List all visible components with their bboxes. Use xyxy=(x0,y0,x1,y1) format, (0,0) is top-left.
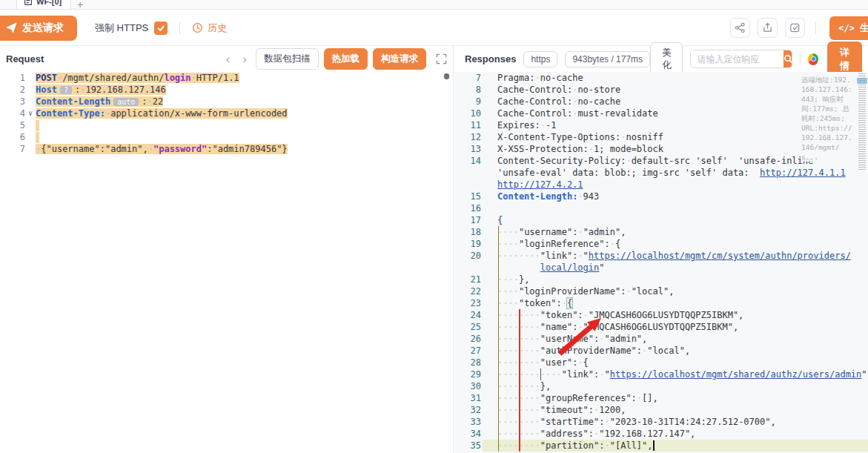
code-line: 30········}, xyxy=(454,380,868,392)
hot-reload-button[interactable]: 热加载 xyxy=(324,48,368,70)
code-line: 31········"groupReferences":·[], xyxy=(454,392,868,404)
code-line: 5 xyxy=(0,119,453,131)
code-line: 22····"loginProviderName":·"local", xyxy=(454,285,868,297)
code-line: 20········"link":·"https://localhost/mgm… xyxy=(454,250,868,262)
scrollbar-thumb[interactable] xyxy=(444,73,449,79)
code-line: 16 xyxy=(454,202,868,214)
divider xyxy=(815,22,816,34)
edit-icon xyxy=(789,22,801,33)
beautify-button[interactable]: 美化 xyxy=(650,42,683,76)
generate-code-button[interactable]: </> 生 xyxy=(829,16,868,40)
code-line: 35········"partition":·"[All]", xyxy=(454,440,868,452)
export-icon xyxy=(762,22,773,33)
protocol-badge: https xyxy=(523,51,557,67)
responses-panel-title: Responses xyxy=(465,53,516,65)
code-line: 21····}, xyxy=(454,274,868,285)
packet-scan-button[interactable]: 数据包扫描 xyxy=(256,48,319,70)
code-line: 1POST·/mgmt/shared/authn/login·HTTP/1.1 xyxy=(0,72,453,84)
code-line: 27········"authProviderName":·"local", xyxy=(454,345,868,357)
tab-workflow[interactable]: WF-[0] xyxy=(16,0,71,9)
edit-button[interactable] xyxy=(785,18,805,38)
code-line: 'unsafe-eval' data: blob:; img-src 'self… xyxy=(454,167,868,179)
code-line: 19····"loginReference":·{ xyxy=(454,238,868,250)
new-tab-button[interactable]: + xyxy=(77,0,83,10)
code-line: 25········"name":·"JMQCASH6OG6LUSYDTQQPZ… xyxy=(454,321,868,333)
request-info-overlay: 远端地址:192.168.127.146:443; 响应时间:177ms; 总耗… xyxy=(801,75,853,162)
request-panel-title: Request xyxy=(6,53,44,65)
code-line: 23····"token":·{ xyxy=(454,297,868,309)
code-line: 18····"username":·"admin", xyxy=(454,226,868,238)
gutter-spacer xyxy=(25,96,36,108)
code-line: 15Content-Length:·943 xyxy=(454,191,868,202)
divider xyxy=(179,22,180,34)
code-line: 3Content-Lengthauto:·22 xyxy=(0,96,453,108)
export-button[interactable] xyxy=(758,18,778,38)
send-request-button[interactable]: 发送请求 xyxy=(0,16,77,41)
code-line: http://127.4.2.1 xyxy=(454,179,868,191)
search-button[interactable] xyxy=(783,50,792,67)
document-icon xyxy=(24,0,32,5)
tab-label: WF-[0] xyxy=(36,0,62,6)
minimap-viewport[interactable] xyxy=(857,78,867,84)
send-request-label: 发送请求 xyxy=(22,22,64,35)
main-toolbar: 发送请求 强制 HTTPS 历史 </> 生 xyxy=(0,10,868,46)
request-editor[interactable]: 1POST·/mgmt/shared/authn/login·HTTP/1.12… xyxy=(0,72,453,453)
size-badge: 943bytes / 177ms xyxy=(565,51,650,67)
history-button[interactable]: 历史 xyxy=(192,22,227,35)
collapse-chevron-icon[interactable]: ∨ xyxy=(25,108,36,119)
code-line: local/login" xyxy=(454,262,868,274)
clock-icon xyxy=(192,22,203,33)
construct-request-button[interactable]: 构造请求 xyxy=(373,48,426,70)
minimap-lines xyxy=(858,73,866,171)
code-line: 29············"link":·"https://localhost… xyxy=(454,368,868,380)
search-input[interactable] xyxy=(691,50,783,67)
code-line: 34········"address":·"192.168.127.147", xyxy=(454,428,868,440)
gutter-spacer xyxy=(25,84,36,96)
request-panel: Request ‹ › 数据包扫描 热加载 构造请求 1POST·/mgmt/s… xyxy=(0,46,454,453)
next-button[interactable]: › xyxy=(239,53,251,65)
code-line: 4∨Content-Type:·application/x-www-form-u… xyxy=(0,108,453,119)
responses-panel: Responses https 943bytes / 177ms 美化 详情 7… xyxy=(454,46,868,453)
code-icon: </> xyxy=(838,23,855,33)
code-line: 17{ xyxy=(454,214,868,226)
code-line: 28········"user":·{ xyxy=(454,357,868,368)
code-line: 26········"userName":·"admin", xyxy=(454,333,868,345)
search-box xyxy=(690,50,792,68)
divider xyxy=(800,53,801,65)
gutter-spacer xyxy=(25,119,36,131)
paper-plane-icon xyxy=(6,22,17,33)
code-line: 6 xyxy=(0,131,453,143)
search-icon xyxy=(783,54,792,64)
gutter-spacer xyxy=(25,143,36,155)
response-editor[interactable]: 7Pragma:·no-cache8Cache-Control:·no-stor… xyxy=(454,72,868,453)
gutter-spacer xyxy=(25,72,36,84)
code-line: 24········"token":·"JMQCASH6OG6LUSYDTQQP… xyxy=(454,309,868,321)
expand-icon[interactable] xyxy=(436,53,447,65)
share-button[interactable] xyxy=(730,18,750,38)
minimap[interactable] xyxy=(857,73,867,174)
tab-bar: WF-[0] + xyxy=(0,0,868,10)
prev-button[interactable]: ‹ xyxy=(222,53,234,65)
code-line: 32········"timeout":·1200, xyxy=(454,404,868,416)
code-line: 2Host?:·192.168.127.146 xyxy=(0,84,453,96)
chrome-icon[interactable] xyxy=(808,53,818,65)
code-line: 7·{"username":"admin",·"password":"admin… xyxy=(0,143,453,155)
generate-code-label: 生 xyxy=(860,22,868,35)
history-label: 历史 xyxy=(208,22,227,35)
share-icon xyxy=(735,22,746,33)
force-https-label: 强制 HTTPS xyxy=(95,22,148,35)
code-line: 33········"startTime":·"2023-10-31T14:24… xyxy=(454,416,868,428)
check-icon xyxy=(156,24,165,33)
gutter-spacer xyxy=(25,131,36,143)
force-https-checkbox[interactable] xyxy=(154,22,168,35)
